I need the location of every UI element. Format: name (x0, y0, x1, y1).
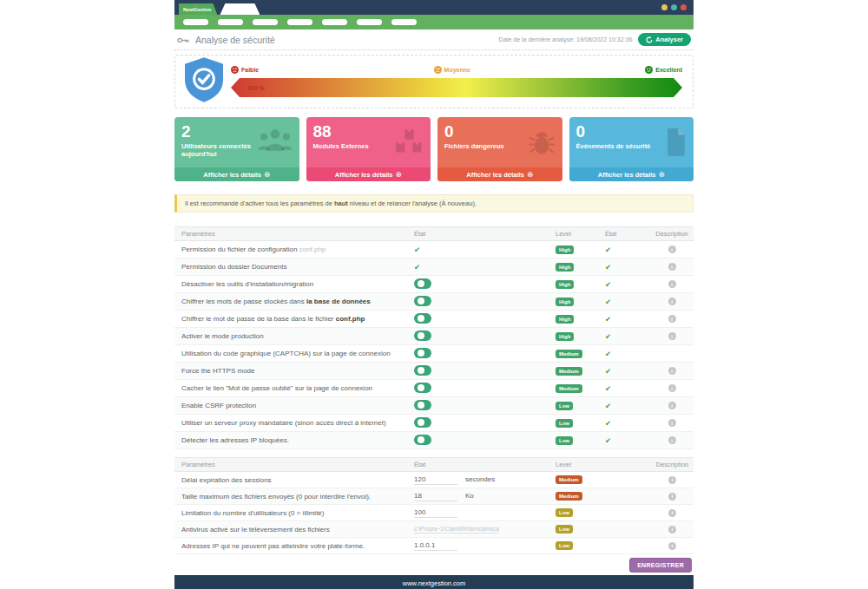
info-icon[interactable]: i (668, 367, 676, 375)
info-icon[interactable]: i (668, 332, 676, 340)
toggle-switch[interactable] (414, 296, 431, 306)
toggle-switch[interactable] (414, 400, 431, 410)
window-dot-2[interactable] (671, 4, 677, 10)
gauge-level-happy: Excellent (645, 66, 682, 74)
state-cell: ✔ (605, 298, 650, 306)
nav-item-3[interactable] (253, 19, 278, 25)
info-icon[interactable]: i (668, 526, 676, 533)
level-cell: High (556, 315, 605, 324)
stat-card-events: 0Évènements de sécuritéAfficher les déta… (569, 117, 694, 181)
description-cell: i (650, 315, 694, 323)
info-icon[interactable]: i (668, 402, 676, 409)
footer: www.nextgestion.com (174, 575, 694, 589)
param-input[interactable] (414, 526, 499, 533)
toggle-switch[interactable] (414, 348, 431, 358)
shield-check-icon (185, 57, 223, 106)
toggle-switch[interactable] (414, 383, 431, 393)
info-icon[interactable]: i (668, 384, 676, 392)
value-cell: Ko (414, 492, 556, 501)
nav-item-6[interactable] (357, 19, 382, 25)
info-icon[interactable]: i (668, 280, 676, 288)
value-cell (414, 541, 556, 551)
bug-icon (527, 128, 556, 160)
toggle-switch[interactable] (414, 365, 431, 376)
save-button[interactable]: ENREGISTRER (629, 558, 692, 573)
analyze-button[interactable]: Analyser (638, 33, 691, 46)
toggle-switch[interactable] (414, 313, 431, 324)
info-icon[interactable]: i (668, 315, 676, 323)
nav-item-7[interactable] (391, 19, 417, 25)
column-header: Paramètres (174, 230, 414, 238)
state-cell: ✔ (605, 350, 650, 358)
banner-text: Il est recommandé d'activer tous les par… (185, 200, 334, 207)
active-tab[interactable] (220, 3, 260, 15)
state-cell: ✔ (605, 332, 650, 341)
param-input[interactable] (414, 508, 457, 518)
param-label: Limitation du nombre d'utilisateurs (0 =… (174, 509, 414, 517)
brand-tab[interactable]: NextGestion (179, 3, 217, 15)
card-details-button[interactable]: Afficher les détails⊕ (437, 167, 562, 181)
check-icon: ✔ (605, 315, 611, 324)
description-cell: i (650, 332, 694, 340)
param-label: Activer le mode production (174, 332, 414, 340)
card-details-button[interactable]: Afficher les détails⊕ (174, 167, 299, 181)
nav-item-4[interactable] (287, 19, 312, 25)
info-icon[interactable]: i (668, 509, 676, 517)
info-icon[interactable]: i (668, 476, 676, 484)
toggle-switch[interactable] (414, 278, 431, 289)
stat-card-body: 88Modules Externes (306, 117, 431, 167)
security-score-value: 100 % (247, 85, 265, 91)
level-badge: Low (556, 402, 573, 410)
param-label: Antivirus activé sur le téléversement de… (174, 526, 414, 533)
footer-url[interactable]: www.nextgestion.com (403, 579, 466, 587)
info-icon[interactable]: i (668, 542, 676, 550)
table-row: Limitation du nombre d'utilisateurs (0 =… (174, 505, 694, 521)
column-header: État (414, 230, 556, 238)
info-icon[interactable]: i (668, 245, 676, 253)
card-details-button[interactable]: Afficher les détails⊕ (569, 167, 694, 181)
plus-circle-icon: ⊕ (264, 170, 270, 179)
toggle-knob (418, 367, 424, 374)
window-dot-3[interactable] (681, 4, 687, 10)
param-input[interactable] (414, 475, 457, 485)
info-icon[interactable]: i (668, 419, 676, 427)
toggle-switch[interactable] (414, 330, 431, 341)
level-cell: Medium (556, 384, 605, 393)
nav-item-2[interactable] (218, 19, 243, 25)
value-cell: secondes (414, 475, 556, 485)
level-badge: Medium (556, 492, 582, 501)
info-icon[interactable]: i (668, 436, 676, 444)
param-label: Délai expiration des sessions (174, 476, 414, 484)
level-badge: Medium (556, 475, 582, 484)
param-label: Adresses IP qui ne peuvent pas atteindre… (174, 542, 414, 550)
window-dot-1[interactable] (661, 4, 667, 10)
users-icon (257, 128, 293, 156)
param-label: Force the HTTPS mode (174, 367, 414, 375)
card-details-button[interactable]: Afficher les détails⊕ (306, 167, 431, 181)
param-input[interactable] (414, 492, 457, 501)
nav-item-1[interactable] (183, 19, 208, 25)
level-cell: Low (556, 402, 605, 410)
level-badge: Low (556, 419, 573, 428)
gauge-level-neutral: Moyenne (434, 66, 470, 74)
toggle-switch[interactable] (414, 435, 431, 445)
stat-card-files: 0Fichiers dangereuxAfficher les détails⊕ (437, 117, 562, 181)
nav-item-5[interactable] (322, 19, 347, 25)
toggle-switch[interactable] (414, 417, 431, 428)
info-icon[interactable]: i (668, 263, 676, 271)
banner-bold-text: haut (334, 200, 348, 207)
toggle-knob (418, 402, 424, 409)
stat-label: Évènements de sécurité (576, 142, 656, 150)
info-icon[interactable]: i (668, 298, 676, 305)
param-input[interactable] (414, 541, 457, 551)
state-cell (414, 313, 556, 325)
security-form-table: ParamètresÉtatLevelDescriptionDélai expi… (174, 457, 694, 554)
info-icon[interactable]: i (668, 493, 676, 501)
level-cell: Medium (556, 350, 605, 358)
table-row: Détecter les adresses IP bloquées.Low✔i (174, 432, 694, 449)
main-navbar (174, 15, 694, 29)
level-badge: High (556, 245, 574, 254)
level-badge: Low (556, 436, 573, 445)
level-badge: High (556, 332, 574, 341)
plus-circle-icon: ⊕ (527, 170, 533, 179)
